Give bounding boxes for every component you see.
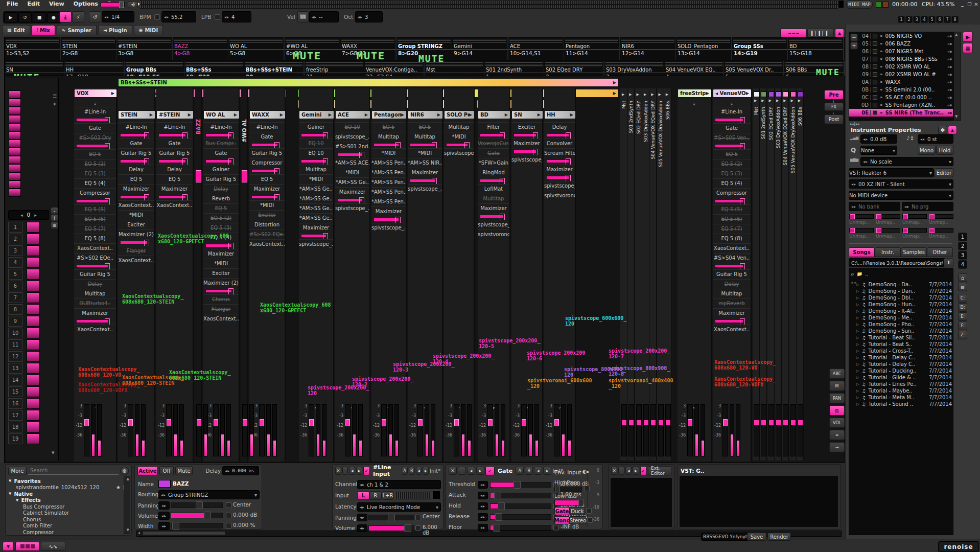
sequence-pattern-block[interactable] [27, 328, 40, 338]
edit-step-icon-button[interactable]: ⚡ [72, 11, 84, 22]
instrument-row-0E[interactable]: 0E⚭SS NIR6 (The Tranc..⪡▪ [849, 109, 953, 117]
device-slider[interactable] [156, 158, 193, 165]
scope-cell-stein[interactable]: STEIN2>G8 [61, 37, 117, 60]
instrument-checkbox[interactable] [873, 87, 877, 92]
device-eq-5-8-[interactable]: EQ 5 (8) [74, 234, 116, 243]
track-delay-value[interactable]: ◂▸0.000 ms [222, 466, 259, 475]
send-play-icon[interactable]: ▶ [798, 99, 801, 103]
device-maximizer[interactable]: Maximizer [74, 308, 116, 318]
send-play-icon[interactable]: ▶ [761, 99, 764, 103]
send-fader[interactable] [783, 404, 788, 456]
dropdown-arrow-icon[interactable]: ▾ [949, 193, 953, 198]
file-row[interactable]: ▷♫Tutorial - Beat S..7/7/2014 [856, 341, 952, 348]
vel-value[interactable]: ◂▸-- [309, 11, 339, 22]
macro-slider[interactable]: Unmap.. [902, 228, 927, 240]
device--eq-5[interactable]: EQ 5 [408, 122, 442, 132]
file-row[interactable]: ▷♫Tutorial - Beat Sli..7/7/2014 [856, 334, 952, 341]
spinner-icon[interactable]: ◂▸ [904, 204, 909, 209]
device-slider[interactable] [203, 158, 239, 165]
macro-handle[interactable] [876, 214, 881, 219]
sequence-row[interactable]: 8 [8, 304, 40, 315]
mixer-toggle-4[interactable]: VOL [829, 418, 845, 428]
instrument-checkbox[interactable] [873, 41, 877, 46]
scope-cell-waxx[interactable]: WAXX7>G8,S2 [340, 37, 396, 60]
expand-caret-icon[interactable]: ▷ [856, 336, 859, 340]
scope-cell--wo-al[interactable]: #WO AL6>G8 [285, 37, 341, 60]
device-xaoscontext-[interactable]: XaosContext.. [74, 243, 116, 253]
expand-caret-icon[interactable]: ▷ [856, 376, 859, 380]
macro-bar[interactable] [876, 228, 900, 233]
device--line-in[interactable]: #Line-In [203, 122, 239, 132]
file-row[interactable]: ▷♫Tutorial - Maybe..7/7/2014 [856, 387, 952, 394]
disk-tab-samples[interactable]: Samples [901, 247, 927, 257]
sequence-pattern-block[interactable] [27, 304, 40, 315]
device--eq-5-6-[interactable]: EQ 5 (6) [74, 214, 116, 224]
device-xaoscontext-[interactable]: XaosContext.. [713, 243, 751, 253]
sequence-row[interactable]: 13 [8, 362, 40, 374]
send-play-icon[interactable]: ▶ [666, 93, 668, 97]
device--eq-5-7-[interactable]: EQ 5 (7) [713, 224, 751, 234]
instrument-checkbox[interactable] [873, 64, 877, 69]
expand-caret-icon[interactable]: ▷ [856, 323, 859, 327]
device-slider-bar[interactable] [374, 144, 399, 146]
scroll-up-icon[interactable]: ▲ [955, 33, 958, 37]
slider-handle[interactable] [498, 502, 505, 510]
device-delay[interactable]: Delay [118, 165, 154, 174]
volume-fader[interactable] [213, 404, 219, 456]
device-close-icon[interactable]: ✕ [611, 467, 617, 475]
gate-spin-3[interactable]: ◂▸ [478, 513, 488, 521]
stop-button[interactable]: ■ [33, 12, 46, 22]
device--eq-10[interactable]: EQ 10 [335, 122, 369, 132]
device--s-s02-eqe-[interactable]: #S>S02 EQe.. [74, 253, 116, 263]
volume-fader[interactable] [417, 404, 423, 456]
sequence-pattern-block[interactable] [27, 433, 40, 444]
device-slider-bar[interactable] [301, 235, 326, 237]
track-play-icon[interactable]: ▶ [280, 112, 283, 117]
track-header-freestrip[interactable]: freeStrip▶ [678, 89, 712, 98]
spinner-icon[interactable]: ◂▸ [480, 493, 485, 498]
spinner-icon[interactable]: ◂▸ [161, 493, 166, 497]
spinner-icon[interactable]: ◂▸ [225, 469, 230, 473]
expand-caret-icon[interactable]: ▷ [856, 382, 859, 386]
device--am-ss-ge-[interactable]: *AM>SS Ge.. [335, 177, 369, 187]
latency-select[interactable]: ◂▸Live Recording Mode▾ [357, 502, 441, 512]
device-slider[interactable] [74, 143, 116, 149]
device--am-ss-pen-[interactable]: *AM>SS Pen.. [371, 187, 406, 197]
device-slider-bar[interactable] [715, 265, 743, 267]
send-fader-handle[interactable] [622, 420, 626, 425]
instrument-transpose[interactable]: ◂▸0 st [918, 134, 953, 144]
collapsed-track-label[interactable]: #WO AL [242, 119, 247, 143]
device-compressor[interactable]: Compressor [249, 158, 285, 168]
check-panning[interactable] [415, 515, 421, 520]
columns-button[interactable]: ▤ [958, 283, 967, 291]
device-slider[interactable] [713, 117, 751, 123]
fader-handle[interactable] [309, 419, 314, 426]
macro-slider[interactable]: Unmap.. [849, 228, 874, 240]
slider-handle[interactable] [555, 486, 560, 493]
file-row[interactable]: ▷♫DemoSong - Hun..7/7/2014 [856, 301, 952, 308]
track-header-waxx[interactable]: WAXX▶ [249, 110, 286, 119]
volume-fader[interactable] [722, 404, 728, 456]
device-xaoscontext-[interactable]: XaosContext.. [249, 239, 285, 249]
device-slider-bar[interactable] [77, 265, 108, 267]
device-slider[interactable] [371, 142, 406, 148]
browser-slot-button-3[interactable]: 3 [958, 251, 967, 260]
dropdown-arrow-icon[interactable]: ▾ [436, 504, 440, 510]
device-slider-bar[interactable] [206, 244, 231, 247]
drive-button-e[interactable]: E: [958, 312, 967, 321]
expand-caret-icon[interactable]: ▷ [856, 389, 859, 393]
gate-mode-button[interactable]: Gate [554, 507, 570, 515]
track-header-venuevox-[interactable]: ◂ VenueVOX..▶ [713, 89, 752, 98]
device-slider[interactable] [544, 158, 575, 165]
slider-spin-panning[interactable]: ◂▸ [158, 501, 170, 510]
device-slider-bar[interactable] [410, 144, 435, 146]
slider-handle[interactable] [204, 512, 211, 519]
device--eq-5-2-[interactable]: EQ 5 (2) [713, 159, 751, 169]
device-slider-bar[interactable] [338, 199, 362, 201]
device-slider[interactable] [249, 194, 285, 200]
device-slider[interactable] [371, 216, 406, 223]
device-compressor[interactable]: Compressor [74, 188, 116, 198]
expand-arrow-icon[interactable]: ▶ [613, 80, 616, 85]
device-xaoscontext-[interactable]: XaosContext.. [203, 314, 239, 324]
device-next-icon[interactable]: ▸ [476, 467, 484, 475]
